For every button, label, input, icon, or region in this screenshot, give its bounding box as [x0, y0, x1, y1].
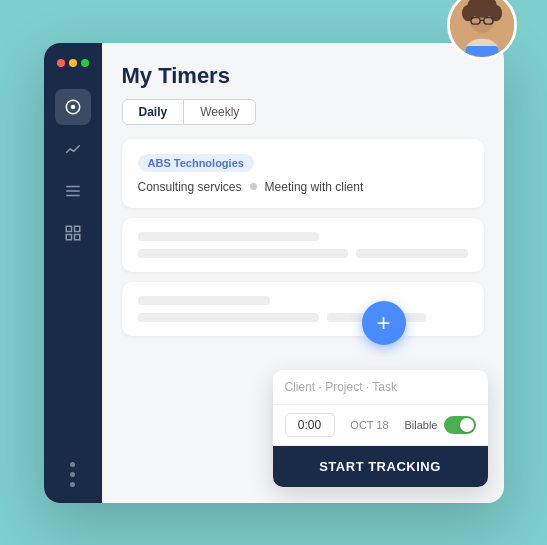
card-separator-dot	[250, 183, 257, 190]
skeleton-line-3	[356, 249, 468, 258]
skeleton-line-4	[138, 296, 270, 305]
abs-card: ABS Technologies Consulting services Mee…	[122, 139, 484, 208]
main-content: My Timers Daily Weekly ABS Technologies …	[102, 43, 504, 503]
sidebar-item-grid[interactable]	[55, 215, 91, 251]
bilable-label: Bilable	[404, 419, 437, 431]
bilable-toggle[interactable]	[444, 416, 476, 434]
skeleton-card-2	[122, 282, 484, 336]
tracking-popup: Client · Project · Task 0:00 OCT 18 Bila…	[273, 370, 488, 487]
popup-task-input-row[interactable]: Client · Project · Task	[273, 370, 488, 405]
svg-rect-11	[466, 46, 499, 57]
sidebar-dots	[70, 462, 75, 487]
maximize-dot[interactable]	[81, 59, 89, 67]
page-title: My Timers	[122, 63, 484, 89]
skeleton-row-2	[138, 313, 468, 322]
card-services-label: Consulting services	[138, 180, 242, 194]
skeleton-card-1	[122, 218, 484, 272]
svg-rect-20	[74, 234, 79, 239]
minimize-dot[interactable]	[69, 59, 77, 67]
svg-rect-17	[66, 226, 71, 231]
add-timer-button[interactable]: +	[362, 301, 406, 345]
svg-point-5	[467, 0, 478, 12]
app-window: My Timers Daily Weekly ABS Technologies …	[44, 43, 504, 503]
tab-daily[interactable]: Daily	[122, 99, 185, 125]
sidebar-item-chart[interactable]	[55, 131, 91, 167]
close-dot[interactable]	[57, 59, 65, 67]
skeleton-line-1	[138, 232, 320, 241]
skeleton-line-2	[138, 249, 348, 258]
card-tag: ABS Technologies	[138, 154, 254, 172]
popup-date-label: OCT 18	[350, 419, 388, 431]
svg-rect-19	[66, 234, 71, 239]
popup-time-field[interactable]: 0:00	[285, 413, 335, 437]
tab-weekly[interactable]: Weekly	[184, 99, 256, 125]
start-tracking-button[interactable]: START TRACKING	[273, 446, 488, 487]
sidebar-item-list[interactable]	[55, 173, 91, 209]
svg-rect-18	[74, 226, 79, 231]
toggle-knob	[460, 418, 474, 432]
sidebar	[44, 43, 102, 503]
popup-bilable-row: Bilable	[404, 416, 475, 434]
skeleton-row-1	[138, 249, 468, 258]
tab-group: Daily Weekly	[122, 99, 484, 125]
main-header: My Timers Daily Weekly	[122, 63, 484, 125]
plus-icon: +	[376, 311, 390, 335]
skeleton-line-5	[138, 313, 320, 322]
popup-fields-row: 0:00 OCT 18 Bilable	[273, 405, 488, 446]
sidebar-item-timer[interactable]	[55, 89, 91, 125]
traffic-lights	[57, 59, 89, 67]
card-meeting-label: Meeting with client	[265, 180, 364, 194]
card-services-row: Consulting services Meeting with client	[138, 180, 468, 194]
popup-task-placeholder: Client · Project · Task	[285, 380, 398, 394]
svg-point-13	[70, 104, 75, 109]
